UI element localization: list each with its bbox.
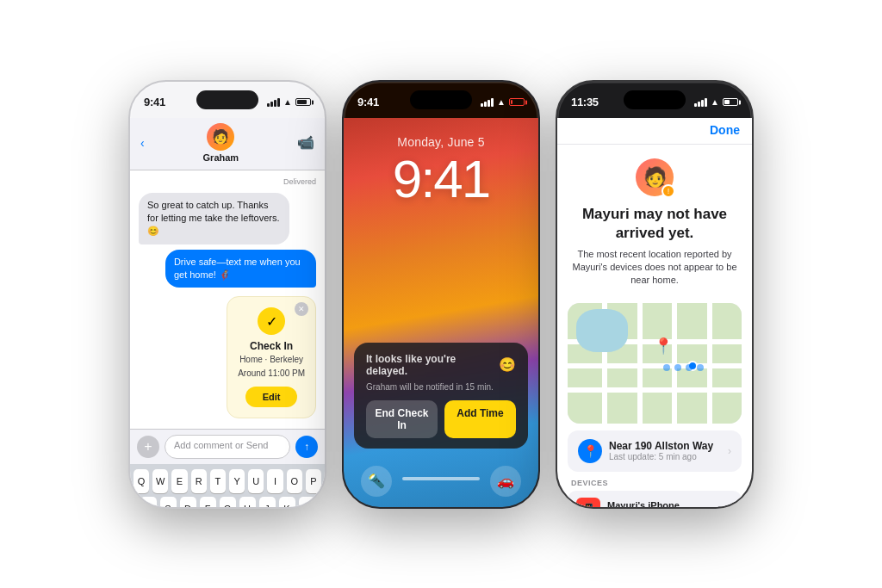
- key-j[interactable]: J: [259, 497, 276, 508]
- notif-emoji: 😊: [499, 356, 516, 373]
- key-g[interactable]: G: [220, 497, 236, 508]
- keyboard: Q W E R T Y U I O P A S D F G H J K L: [130, 464, 325, 508]
- location-pin-icon: 📍: [578, 439, 602, 463]
- key-h[interactable]: H: [239, 497, 256, 508]
- device-info-iphone: Mayuri's iPhone Last unlock: 5 min ago: [607, 500, 699, 509]
- alert-avatar: 🧑 !: [636, 158, 674, 196]
- key-w[interactable]: W: [152, 469, 168, 493]
- findmy-header: Done: [557, 118, 752, 145]
- key-l[interactable]: L: [299, 497, 315, 508]
- signal-icon-1: [267, 98, 280, 107]
- lockscreen-spacer: [344, 214, 538, 343]
- signal-icon-2: [481, 98, 494, 107]
- message-input[interactable]: Add comment or Send: [165, 435, 290, 459]
- key-k[interactable]: K: [279, 497, 295, 508]
- status-time-3: 11:35: [571, 96, 599, 108]
- messages-header: ‹ 🧑 Graham 📹: [130, 118, 325, 170]
- map-path-dots: [663, 364, 704, 371]
- delivered-label: Delivered: [139, 177, 316, 186]
- notif-header: It looks like you're delayed. 😊: [366, 353, 516, 377]
- checkin-title: Check In: [238, 340, 305, 352]
- checkin-details-line2: Around 11:00 PM: [238, 368, 305, 380]
- message-input-bar: + Add comment or Send ↑: [130, 429, 325, 464]
- key-t[interactable]: T: [210, 469, 226, 493]
- devices-section: DEVICES 📱 Mayuri's iPhone Last unlock: 5…: [568, 479, 742, 509]
- lock-time-section: Monday, June 5 9:41: [344, 118, 538, 214]
- wifi-icon-2: ▲: [497, 97, 506, 107]
- phone-messages: 9:41 ▲ ‹ 🧑 Graham 📹 De: [128, 80, 326, 509]
- message-text-1: So great to catch up. Thanks for letting…: [147, 200, 279, 237]
- notif-title: It looks like you're delayed.: [366, 353, 499, 377]
- checkin-details-line1: Home · Berkeley: [238, 354, 305, 366]
- phone-findmy: 11:35 ▲ Done 🧑 ! M: [556, 80, 754, 509]
- location-update: Last update: 5 min ago: [609, 452, 721, 461]
- checkin-edit-button[interactable]: Edit: [245, 387, 298, 407]
- checkin-close-button[interactable]: ✕: [295, 302, 308, 316]
- key-s[interactable]: S: [160, 497, 177, 508]
- key-a[interactable]: A: [140, 497, 157, 508]
- notif-actions: End Check In Add Time: [366, 400, 516, 438]
- done-button[interactable]: Done: [710, 123, 740, 137]
- message-bubble-received-1: So great to catch up. Thanks for letting…: [139, 193, 289, 244]
- key-o[interactable]: O: [287, 469, 302, 493]
- notif-subtitle: Graham will be notified in 15 min.: [366, 382, 516, 392]
- wifi-icon-3: ▲: [711, 97, 719, 107]
- location-name: Near 190 Allston Way: [609, 440, 721, 452]
- findmy-screen: Done 🧑 ! Mayuri may not have arrived yet…: [557, 118, 752, 507]
- back-button[interactable]: ‹: [140, 136, 145, 150]
- phone-lockscreen: 9:41 ▲ Monday, June 5 9:41 It loo: [342, 80, 540, 509]
- device-signal-icon-iphone: ▲: [706, 505, 714, 509]
- alert-section: 🧑 ! Mayuri may not have arrived yet. The…: [557, 145, 752, 296]
- driving-button[interactable]: 🚗: [490, 466, 521, 497]
- dynamic-island-2: [410, 90, 472, 109]
- video-call-button[interactable]: 📹: [297, 134, 314, 151]
- keyboard-row-2: A S D F G H J K L: [134, 497, 321, 508]
- add-time-button[interactable]: Add Time: [444, 400, 516, 438]
- device-icon-iphone: 📱: [576, 498, 600, 509]
- message-text-2: Drive safe—text me when you get home! 🦸: [174, 257, 301, 280]
- location-row[interactable]: 📍 Near 190 Allston Way Last update: 5 mi…: [568, 430, 742, 472]
- location-text: Near 190 Allston Way Last update: 5 min …: [609, 440, 721, 461]
- battery-icon-1: [295, 98, 311, 106]
- key-i[interactable]: I: [267, 469, 283, 493]
- device-battery-iphone: [717, 506, 733, 509]
- end-checkin-button[interactable]: End Check In: [366, 400, 438, 438]
- key-r[interactable]: R: [191, 469, 207, 493]
- flashlight-button[interactable]: 🔦: [361, 466, 392, 497]
- checkin-card: ✕ ✓ Check In Home · Berkeley Around 11:0…: [227, 296, 316, 418]
- lock-time-big: 9:41: [357, 152, 525, 206]
- alert-subtitle: The most recent location reported by May…: [571, 248, 738, 288]
- add-attachment-button[interactable]: +: [137, 436, 159, 458]
- key-q[interactable]: Q: [134, 469, 149, 493]
- home-indicator: [402, 477, 480, 480]
- wifi-icon-1: ▲: [283, 97, 292, 107]
- status-icons-3: ▲: [694, 97, 738, 107]
- lock-date: Monday, June 5: [357, 135, 525, 149]
- key-y[interactable]: Y: [229, 469, 245, 493]
- map-pin-home: 📍: [654, 337, 673, 356]
- chevron-right-icon: ›: [728, 445, 731, 457]
- chevron-left-icon: ‹: [140, 136, 145, 150]
- contact-avatar[interactable]: 🧑: [207, 123, 234, 151]
- send-button[interactable]: ↑: [295, 436, 318, 458]
- checkin-check-icon: ✓: [258, 307, 285, 335]
- contact-name: Graham: [203, 152, 239, 163]
- status-time-2: 9:41: [357, 96, 379, 108]
- key-p[interactable]: P: [306, 469, 321, 493]
- lock-dock: 🔦 🚗: [344, 457, 538, 507]
- map-container[interactable]: 📍: [568, 303, 742, 424]
- dynamic-island-1: [196, 90, 258, 109]
- key-f[interactable]: F: [200, 497, 216, 508]
- battery-icon-2: [509, 98, 525, 106]
- device-row-iphone[interactable]: 📱 Mayuri's iPhone Last unlock: 5 min ago…: [568, 491, 742, 509]
- dynamic-island-3: [624, 90, 686, 109]
- device-status-iphone: ▲: [706, 505, 733, 509]
- device-name-iphone: Mayuri's iPhone: [607, 500, 699, 509]
- checkin-notification: It looks like you're delayed. 😊 Graham w…: [354, 343, 528, 449]
- battery-icon-3: [723, 98, 738, 106]
- messages-body: Delivered So great to catch up. Thanks f…: [130, 170, 325, 430]
- key-e[interactable]: E: [171, 469, 187, 493]
- devices-label: DEVICES: [568, 479, 742, 487]
- key-d[interactable]: D: [180, 497, 196, 508]
- key-u[interactable]: U: [248, 469, 264, 493]
